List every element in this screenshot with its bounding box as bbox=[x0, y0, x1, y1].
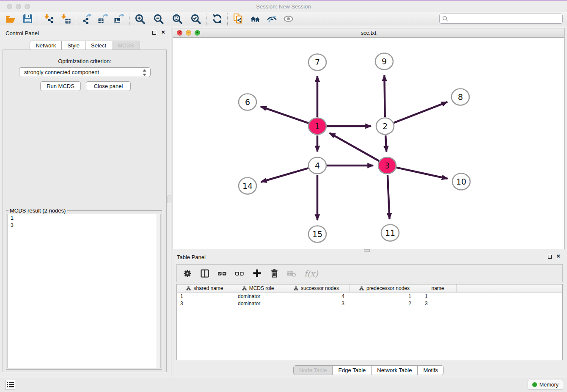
network-canvas[interactable]: 1234678910111415 bbox=[173, 38, 564, 249]
graph-node-7[interactable]: 7 bbox=[308, 54, 326, 71]
zoom-out-icon[interactable] bbox=[151, 13, 166, 25]
column-header-shared-name[interactable]: shared name bbox=[177, 284, 233, 292]
attribute-icon bbox=[242, 286, 247, 291]
cell-name[interactable]: 1 bbox=[419, 293, 457, 299]
open-folder-icon[interactable] bbox=[3, 13, 18, 25]
hide-details-icon[interactable] bbox=[264, 13, 279, 25]
search-box[interactable] bbox=[439, 14, 563, 24]
attribute-icon bbox=[294, 286, 298, 291]
cell-mcds-role[interactable]: dominator bbox=[233, 293, 283, 299]
first-neighbors-icon[interactable] bbox=[248, 13, 262, 25]
close-panel-button[interactable]: Close panel bbox=[86, 81, 131, 91]
delete-icon[interactable] bbox=[269, 268, 280, 279]
zoom-in-icon[interactable] bbox=[133, 13, 147, 25]
cell-predecessor-nodes[interactable]: 2 bbox=[350, 301, 419, 306]
horizontal-splitter-handle[interactable] bbox=[364, 249, 370, 252]
table-row[interactable]: 3 dominator 3 2 3 bbox=[177, 300, 562, 307]
graph-node-14[interactable]: 14 bbox=[239, 178, 256, 194]
graph-edge-2-8[interactable] bbox=[394, 102, 448, 123]
graph-edge-1-6[interactable] bbox=[261, 107, 308, 123]
cell-shared-name[interactable]: 3 bbox=[177, 301, 233, 306]
cell-successor-nodes[interactable]: 4 bbox=[283, 293, 350, 299]
add-column-icon[interactable] bbox=[251, 268, 262, 279]
graph-node-label: 3 bbox=[385, 161, 390, 170]
refresh-icon[interactable] bbox=[210, 13, 224, 25]
selected-option: strongly connected component bbox=[24, 69, 99, 75]
import-network-icon[interactable] bbox=[41, 13, 56, 25]
graph-node-label: 8 bbox=[458, 92, 463, 102]
graph-node-label: 14 bbox=[242, 181, 253, 190]
graph-node-11[interactable]: 11 bbox=[381, 225, 399, 241]
deselect-all-icon[interactable] bbox=[234, 268, 245, 279]
graph-edge-3-10[interactable] bbox=[396, 168, 447, 179]
status-bar: Memory bbox=[0, 377, 567, 392]
import-table-icon[interactable] bbox=[58, 13, 73, 25]
clone-network-icon[interactable] bbox=[231, 13, 245, 25]
tab-edge-table[interactable]: Edge Table bbox=[333, 366, 372, 375]
float-panel-icon[interactable] bbox=[152, 31, 156, 35]
cell-name[interactable]: 3 bbox=[419, 301, 457, 306]
tab-mcds[interactable]: MCDS bbox=[112, 41, 139, 50]
graph-edge-4-14[interactable] bbox=[261, 168, 308, 182]
graph-edge-3-11[interactable] bbox=[388, 175, 390, 219]
tab-network-table[interactable]: Network Table bbox=[372, 366, 418, 375]
graph-node-15[interactable]: 15 bbox=[308, 226, 326, 243]
graph-node-4[interactable]: 4 bbox=[308, 157, 326, 174]
optimization-criterion-label: Optimization criterion: bbox=[3, 58, 166, 64]
task-history-button[interactable] bbox=[5, 380, 15, 389]
graph-node-6[interactable]: 6 bbox=[239, 94, 256, 110]
delete-table-icon[interactable] bbox=[286, 268, 297, 279]
run-mcds-button[interactable]: Run MCDS bbox=[40, 81, 81, 91]
gear-icon[interactable] bbox=[182, 268, 193, 279]
graph-edge-3-1[interactable] bbox=[330, 133, 379, 161]
graph-edge-2-3[interactable] bbox=[385, 135, 386, 152]
cell-shared-name[interactable]: 1 bbox=[177, 293, 233, 299]
graph-node-10[interactable]: 10 bbox=[452, 174, 470, 190]
graph-node-3[interactable]: 3 bbox=[378, 157, 396, 174]
vertical-splitter-handle[interactable] bbox=[168, 196, 171, 203]
export-table-icon[interactable] bbox=[96, 13, 110, 25]
tab-node-table[interactable]: Node Table bbox=[294, 366, 333, 375]
graph-node-label: 7 bbox=[315, 58, 320, 67]
mcds-result-list[interactable]: 1 3 bbox=[7, 214, 161, 368]
scrollbar[interactable] bbox=[157, 214, 160, 368]
export-network-icon[interactable] bbox=[80, 13, 94, 25]
export-image-icon[interactable] bbox=[112, 13, 126, 25]
memory-button[interactable]: Memory bbox=[528, 380, 563, 389]
tab-style[interactable]: Style bbox=[62, 41, 85, 50]
fx-label: f(x) bbox=[304, 269, 318, 278]
search-input[interactable] bbox=[449, 15, 562, 22]
window-title: Session: New Session bbox=[0, 3, 567, 10]
float-panel-icon[interactable] bbox=[548, 255, 552, 259]
graph-node-8[interactable]: 8 bbox=[451, 89, 469, 105]
column-header-name[interactable]: name bbox=[419, 284, 457, 292]
save-icon[interactable] bbox=[20, 13, 35, 25]
graph-node-2[interactable]: 2 bbox=[376, 118, 394, 135]
select-all-icon[interactable] bbox=[217, 268, 228, 279]
graph-edge-2-9[interactable] bbox=[384, 75, 385, 117]
column-header-successor-nodes[interactable]: successor nodes bbox=[283, 284, 350, 292]
show-details-icon[interactable] bbox=[281, 13, 295, 25]
cell-successor-nodes[interactable]: 3 bbox=[283, 301, 350, 306]
table-row[interactable]: 1 dominator 4 1 1 bbox=[177, 293, 562, 300]
tab-motifs[interactable]: Motifs bbox=[418, 366, 443, 375]
network-window-titlebar[interactable]: ✕ − + scc.txt bbox=[173, 28, 564, 38]
graph-node-9[interactable]: 9 bbox=[375, 53, 393, 70]
cell-mcds-role[interactable]: dominator bbox=[233, 301, 283, 306]
optimization-criterion-select[interactable]: strongly connected component bbox=[19, 67, 151, 77]
function-builder-icon[interactable]: f(x) bbox=[303, 268, 318, 279]
zoom-fit-icon[interactable] bbox=[170, 13, 184, 25]
mcds-result-title: MCDS result (2 nodes) bbox=[8, 207, 67, 214]
close-panel-icon[interactable]: × bbox=[161, 28, 165, 36]
tab-network[interactable]: Network bbox=[30, 41, 62, 50]
cell-predecessor-nodes[interactable]: 1 bbox=[350, 293, 419, 299]
zoom-selected-icon[interactable] bbox=[189, 13, 203, 25]
column-header-mcds-role[interactable]: MCDS role bbox=[233, 284, 283, 292]
table-panel-tabs: Node Table Edge Table Network Table Moti… bbox=[293, 365, 444, 375]
split-panel-icon[interactable] bbox=[199, 268, 210, 279]
close-panel-icon[interactable]: × bbox=[556, 252, 560, 260]
column-header-predecessor-nodes[interactable]: predecessor nodes bbox=[350, 284, 419, 292]
tab-select[interactable]: Select bbox=[85, 41, 112, 50]
toolbar-separator bbox=[227, 13, 228, 25]
graph-node-1[interactable]: 1 bbox=[308, 118, 326, 135]
